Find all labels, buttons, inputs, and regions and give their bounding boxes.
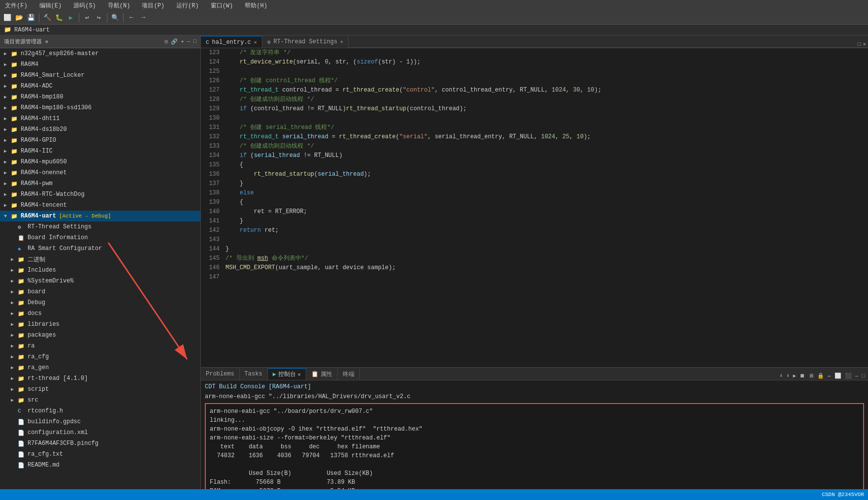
tree-item-ra6m4-adc[interactable]: ▶ 📁 RA6M4-ADC — [0, 81, 200, 92]
bottom-icon-1[interactable]: ⬇ — [778, 372, 784, 380]
menu-item-edit[interactable]: 编辑(E) — [36, 0, 65, 11]
tree-item-configuration[interactable]: 📄 configuration.xml — [0, 427, 200, 438]
tree-item-ra-cfg[interactable]: ▶ 📁 ra_cfg — [0, 351, 200, 362]
arrow-icon: ▶ — [11, 332, 18, 338]
tree-item-src[interactable]: ▶ 📁 src — [0, 395, 200, 406]
tree-item-ra6m4-gpio[interactable]: ▶ 📁 RA6M4-GPIO — [0, 135, 200, 146]
arrow-icon — [11, 419, 18, 425]
tree-item-includes[interactable]: ▶ 📁 Includes — [0, 265, 200, 276]
bottom-icon-9[interactable]: ⬛ — [844, 372, 853, 380]
tab-hal-entry[interactable]: C hal_entry.c ✕ — [201, 36, 262, 48]
bottom-icon-8[interactable]: ⬜ — [834, 372, 842, 380]
new-btn[interactable]: ⬜ — [2, 12, 13, 23]
menu-item-project[interactable]: 项目(P) — [139, 0, 167, 11]
tree-item-script[interactable]: ▶ 📁 script — [0, 384, 200, 395]
tree-label: 二进制 — [28, 255, 45, 264]
arrow-icon — [11, 246, 18, 251]
tree-item-ra6m4-mpu[interactable]: ▶ 📁 RA6M4-mpu6050 — [0, 156, 200, 167]
tree-item-docs[interactable]: ▶ 📁 docs — [0, 308, 200, 319]
tree-item-ra-smart-conf[interactable]: ◆ RA Smart Configurator — [0, 243, 200, 254]
back-btn[interactable]: ← — [126, 12, 137, 23]
tab-rt-thread-settings[interactable]: ⚙ RT-Thread Settings ✕ — [262, 36, 349, 48]
bottom-icon-6[interactable]: 🔒 — [816, 372, 825, 380]
active-badge: [Active - Debug] — [59, 213, 111, 219]
tree-item-rtconfig[interactable]: C rtconfig.h — [0, 406, 200, 416]
tree-item-ra6m4-bmp180-ssd[interactable]: ▶ 📁 RA6M4-bmp180-ssd1306 — [0, 102, 200, 113]
close-editor-icon[interactable]: ✕ — [863, 41, 866, 47]
bottom-icon-2[interactable]: ⬆ — [785, 372, 791, 380]
tree-item-buildinfo[interactable]: 📄 buildinfo.gpdsc — [0, 416, 200, 427]
panel-header-icons: ⊟ 🔗 ▾ — □ — [165, 38, 196, 45]
maximize-panel-icon[interactable]: □ — [193, 38, 196, 45]
maximize-editor-icon[interactable]: □ — [858, 41, 861, 47]
tab-tasks[interactable]: Tasks — [240, 368, 268, 380]
tab-properties[interactable]: 📋属性 — [306, 368, 338, 380]
tree-label: RA6M4-IIC — [21, 148, 53, 155]
menu-item-file[interactable]: 文件(F) — [2, 0, 31, 11]
arrow-icon: ▶ — [11, 386, 18, 392]
tree-item-r7fa[interactable]: 📄 R7FA6M4AF3CFB.pincfg — [0, 438, 200, 449]
tree-item-ra6m4-bmp180[interactable]: ▶ 📁 RA6M4-bmp180 — [0, 92, 200, 102]
tree-item-n32g457[interactable]: ▶ 📁 n32g457_esp8266-master — [0, 48, 200, 59]
arrow-icon: ▶ — [11, 267, 18, 273]
redo-btn[interactable]: ↪ — [94, 12, 104, 23]
save-btn[interactable]: 💾 — [26, 12, 36, 23]
tree-item-rt-thread[interactable]: ▶ 📁 rt-thread [4.1.0] — [0, 373, 200, 384]
tab-close-console[interactable]: ✕ — [298, 372, 301, 377]
tree-item-readme[interactable]: 📄 README.md — [0, 460, 200, 470]
minimize-panel-icon[interactable]: — — [187, 38, 191, 45]
run-btn[interactable]: ▶ — [65, 12, 76, 23]
code-content[interactable]: /* 发送字符串 */ rt_device_write(serial, 0, s… — [224, 48, 868, 367]
bottom-icon-5[interactable]: 🖥 — [807, 372, 815, 380]
tree-item-board[interactable]: ▶ 📁 board — [0, 286, 200, 297]
maximize-bottom-icon[interactable]: □ — [861, 372, 866, 380]
link-editor-icon[interactable]: 🔗 — [171, 38, 178, 45]
bottom-content[interactable]: CDT Build Console [RA6M4-uart] arm-none-… — [201, 380, 868, 500]
tree-item-libraries[interactable]: ▶ 📁 libraries — [0, 319, 200, 330]
build-btn[interactable]: 🔨 — [42, 12, 53, 23]
tab-close-icon[interactable]: ✕ — [340, 39, 343, 45]
tree-item-ra6m4-uart[interactable]: ▼ 📁 RA6M4-uart [Active - Debug] — [0, 211, 200, 221]
minimize-bottom-icon[interactable]: — — [854, 372, 860, 380]
menu-item-help[interactable]: 帮助(H) — [242, 0, 270, 11]
debug-btn[interactable]: 🐛 — [54, 12, 64, 23]
folder-icon: 📁 — [11, 137, 19, 144]
bottom-icon-4[interactable]: ⏹ — [799, 372, 806, 380]
open-btn[interactable]: 📂 — [14, 12, 25, 23]
tree-item-ra6m4-pwm[interactable]: ▶ 📁 RA6M4-pwm — [0, 178, 200, 189]
tree-item-ra6m4-smart[interactable]: ▶ 📁 RA6M4_Smart_Locker — [0, 70, 200, 81]
tree-item-ra-gen[interactable]: ▶ 📁 ra_gen — [0, 362, 200, 373]
bottom-icon-3[interactable]: ▶ — [792, 372, 798, 380]
tree-item-ra6m4-tencent[interactable]: ▶ 📁 RA6M4-tencent — [0, 200, 200, 211]
tab-problems[interactable]: Problems — [201, 368, 240, 380]
console-line-4: arm-none-eabi-objcopy -O ihex "rtthread.… — [210, 425, 859, 434]
undo-btn[interactable]: ↩ — [82, 12, 93, 23]
collapse-all-icon[interactable]: ⊟ — [165, 38, 168, 45]
tree-item-ra6m4-ds18b20[interactable]: ▶ 📁 RA6M4-ds18b20 — [0, 124, 200, 135]
tree-item-ra6m4-iic[interactable]: ▶ 📁 RA6M4-IIC — [0, 146, 200, 156]
tree-item-ra6m4-rtc[interactable]: ▶ 📁 RA6M4-RTC-WatchDog — [0, 189, 200, 200]
code-container[interactable]: 123124125126127 128129130131132 13313413… — [201, 48, 868, 367]
menu-item-window[interactable]: 窗口(W) — [208, 0, 236, 11]
tree-item-ra6m4[interactable]: ▶ 📁 RA6M4 — [0, 59, 200, 70]
tab-close-icon[interactable]: ✕ — [254, 39, 257, 45]
tree-item-rt-thread-settings[interactable]: ⚙ RT-Thread Settings — [0, 221, 200, 232]
tree-item-ra[interactable]: ▶ 📁 ra — [0, 341, 200, 351]
tree-item-binary[interactable]: ▶ 📁 二进制 — [0, 254, 200, 265]
tree-item-systemdrive[interactable]: ▶ 📁 %SystemDrive% — [0, 276, 200, 286]
tab-console[interactable]: ▶控制台 ✕ — [268, 368, 306, 380]
tree-item-debug[interactable]: ▶ 📁 Debug — [0, 297, 200, 308]
bottom-icon-7[interactable]: ✏ — [827, 372, 832, 380]
menu-item-nav[interactable]: 导航(N) — [105, 0, 133, 11]
search-btn[interactable]: 🔍 — [110, 12, 121, 23]
menu-item-run[interactable]: 运行(R) — [173, 0, 202, 11]
tab-terminal[interactable]: 终端 — [338, 368, 360, 380]
menu-item-source[interactable]: 源码(S) — [70, 0, 99, 11]
tree-item-board-information[interactable]: 📋 Board Information — [0, 232, 200, 243]
tree-item-ra6m4-onennet[interactable]: ▶ 📁 RA6M4-onennet — [0, 167, 200, 178]
panel-menu-icon[interactable]: ▾ — [181, 38, 184, 45]
tree-item-ra6m4-dht11[interactable]: ▶ 📁 RA6M4-dht11 — [0, 113, 200, 124]
tree-item-packages[interactable]: ▶ 📁 packages — [0, 330, 200, 341]
forward-btn[interactable]: → — [138, 12, 149, 23]
tree-item-ra-cfg-txt[interactable]: 📄 ra_cfg.txt — [0, 449, 200, 460]
